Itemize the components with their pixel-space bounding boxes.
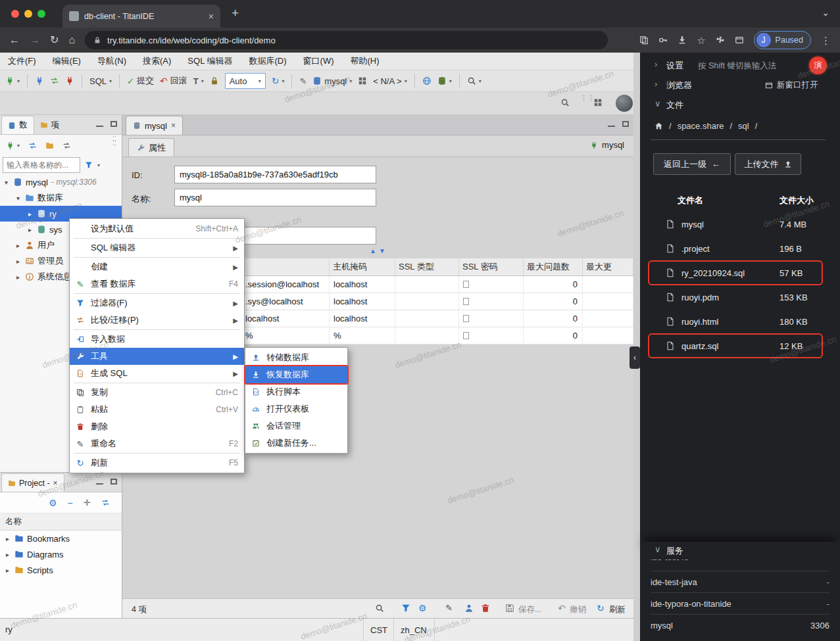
- browser-section-header[interactable]: › 浏览器 新窗口打开: [640, 76, 840, 95]
- revert-button[interactable]: 撤销: [570, 604, 586, 615]
- minimize-panel-icon[interactable]: [96, 121, 103, 127]
- tree-node-diagrams[interactable]: ▸ Diagrams: [0, 546, 122, 562]
- window-minimize-button[interactable]: [24, 10, 32, 18]
- file-row[interactable]: .project 196 B: [649, 237, 822, 260]
- globe-icon[interactable]: [422, 76, 432, 85]
- editor-tab-mysql[interactable]: mysql ×: [126, 116, 183, 135]
- clipboard-icon[interactable]: [639, 36, 649, 45]
- nav-link-editor-icon[interactable]: [28, 141, 37, 150]
- grid-header-cell[interactable]: SSL 密码: [459, 258, 524, 275]
- submenu-item-dump-database[interactable]: 转储数据库: [245, 349, 347, 366]
- menu-item-filter[interactable]: 过滤器(F) ▶: [70, 295, 244, 312]
- user-avatar[interactable]: [616, 95, 633, 112]
- file-row[interactable]: ruoyi.html 180 KB: [649, 310, 822, 333]
- tab-project-navigator[interactable]: 项: [34, 116, 66, 134]
- expander-closed-icon[interactable]: ▸: [26, 226, 34, 233]
- grid-delete-icon[interactable]: [481, 604, 490, 613]
- reload-icon[interactable]: ↻: [50, 35, 59, 45]
- menu-item-rename[interactable]: ✎ 重命名 F2: [70, 435, 244, 452]
- submenu-item-open-dashboard[interactable]: 打开仪表板: [245, 400, 347, 417]
- expand-plus-icon[interactable]: ✛: [84, 498, 91, 507]
- edit-icon[interactable]: ✎: [299, 77, 307, 85]
- home-icon[interactable]: [655, 122, 663, 130]
- go-up-button[interactable]: 返回上一级 ←: [653, 153, 731, 175]
- filter-funnel-icon[interactable]: [85, 161, 93, 169]
- quick-search-icon[interactable]: [560, 98, 570, 107]
- new-connection-button[interactable]: ▾: [5, 76, 20, 85]
- window-close-button[interactable]: [11, 10, 19, 18]
- locale-indicator[interactable]: zh_CN: [393, 619, 433, 641]
- window-zoom-button[interactable]: [37, 10, 45, 18]
- tab-database-navigator[interactable]: 数: [1, 116, 34, 134]
- maximize-panel-icon[interactable]: [111, 121, 117, 127]
- expander-closed-icon[interactable]: ▸: [14, 258, 22, 265]
- breadcrumb-segment[interactable]: space.share: [678, 121, 724, 131]
- nav-new-connection-button[interactable]: ▾: [6, 141, 20, 150]
- maximize-panel-icon[interactable]: [111, 479, 117, 485]
- connection-selector[interactable]: mysql ▾: [312, 76, 352, 86]
- browser-menu-icon[interactable]: ⋮: [821, 36, 831, 45]
- reconnect-icon[interactable]: [50, 76, 59, 85]
- search-dropdown[interactable]: ▾: [467, 76, 482, 85]
- tab-list-chevron-icon[interactable]: ⌄: [822, 7, 829, 18]
- collapse-panel-handle[interactable]: ‹: [630, 346, 640, 369]
- close-icon[interactable]: ×: [53, 479, 58, 487]
- expander-closed-icon[interactable]: ▸: [14, 273, 22, 281]
- key-icon[interactable]: [658, 36, 668, 45]
- file-row-highlighted[interactable]: ry_20210924.sql 57 KB: [649, 262, 822, 284]
- commit-button[interactable]: ✓ 提交: [127, 75, 154, 87]
- side-panel-icon[interactable]: [735, 36, 744, 45]
- menu-item-tools[interactable]: 工具 ▶: [70, 348, 244, 365]
- nav-splitter-dots-icon[interactable]: ⁚⁚⁚⁚: [112, 137, 116, 145]
- lock-toolbar-icon[interactable]: [210, 76, 219, 85]
- id-field[interactable]: [174, 166, 376, 183]
- menu-file[interactable]: 文件(F): [8, 55, 36, 67]
- services-section-header[interactable]: ∨ 服务: [640, 542, 840, 559]
- database-tasks-dropdown[interactable]: ▾: [437, 76, 452, 85]
- menu-navigate[interactable]: 导航(N): [97, 55, 126, 67]
- settings-gear-icon[interactable]: ⚙: [49, 498, 57, 508]
- menu-item-copy[interactable]: 复制 Ctrl+C: [70, 384, 244, 401]
- submenu-item-execute-script[interactable]: 执行脚本: [245, 383, 347, 400]
- expander-closed-icon[interactable]: ▸: [26, 210, 34, 218]
- table-filter-input[interactable]: [3, 157, 80, 173]
- collapse-minus-icon[interactable]: −: [68, 498, 73, 508]
- grid-header-cell[interactable]: 最大更: [583, 258, 633, 275]
- save-icon[interactable]: [505, 604, 514, 613]
- link-selection-icon[interactable]: [101, 498, 110, 507]
- profile-chip[interactable]: J Paused: [754, 31, 811, 49]
- tab-properties[interactable]: 属性: [128, 138, 174, 156]
- editor-tab-close-icon[interactable]: ×: [171, 122, 176, 130]
- expander-closed-icon[interactable]: ▸: [4, 535, 11, 542]
- home-icon[interactable]: ⌂: [68, 35, 75, 45]
- grid-header-cell[interactable]: 主机掩码: [330, 258, 395, 275]
- service-row[interactable]: ide-typora-on-titanide -: [651, 592, 829, 614]
- extensions-puzzle-icon[interactable]: [716, 36, 725, 45]
- bookmark-star-icon[interactable]: ☆: [697, 36, 705, 45]
- menu-item-view-database[interactable]: ✎ 查看 数据库 F4: [70, 275, 244, 293]
- filter-caret-icon[interactable]: ▾: [97, 162, 100, 168]
- menu-sql-editor[interactable]: SQL 编辑器: [187, 55, 232, 67]
- back-icon[interactable]: ←: [9, 35, 20, 45]
- nav-collapse-icon[interactable]: [62, 141, 71, 150]
- grid-settings-icon[interactable]: ⚙: [418, 604, 427, 613]
- open-new-window-button[interactable]: 新窗口打开: [765, 80, 818, 91]
- maximize-editor-icon[interactable]: [622, 121, 629, 127]
- install-icon[interactable]: [678, 36, 687, 45]
- menu-window[interactable]: 窗口(W): [303, 55, 334, 67]
- refresh-button[interactable]: 刷新: [609, 604, 626, 615]
- nav-folder-icon[interactable]: [45, 141, 54, 150]
- tree-node-scripts[interactable]: ▸ Scripts: [0, 562, 122, 578]
- transaction-log-dropdown[interactable]: T ▾: [193, 77, 204, 85]
- settings-section-header[interactable]: › 设置 按 Shift 键切换输入法 演: [640, 57, 840, 75]
- expander-closed-icon[interactable]: ▸: [14, 242, 22, 249]
- menu-item-set-default[interactable]: 设为默认值 Shift+Ctrl+A: [70, 220, 244, 237]
- menu-edit[interactable]: 编辑(E): [53, 55, 81, 67]
- menu-item-delete[interactable]: 删除: [70, 418, 244, 435]
- save-button[interactable]: 保存...: [518, 604, 541, 615]
- grid-header-cell[interactable]: 最大问题数: [524, 258, 583, 275]
- submenu-item-session-manager[interactable]: 会话管理: [245, 417, 347, 435]
- grid-edit-icon[interactable]: ✎: [445, 604, 453, 612]
- menu-database[interactable]: 数据库(D): [249, 55, 287, 67]
- file-row-highlighted[interactable]: quartz.sql 12 KB: [649, 335, 822, 357]
